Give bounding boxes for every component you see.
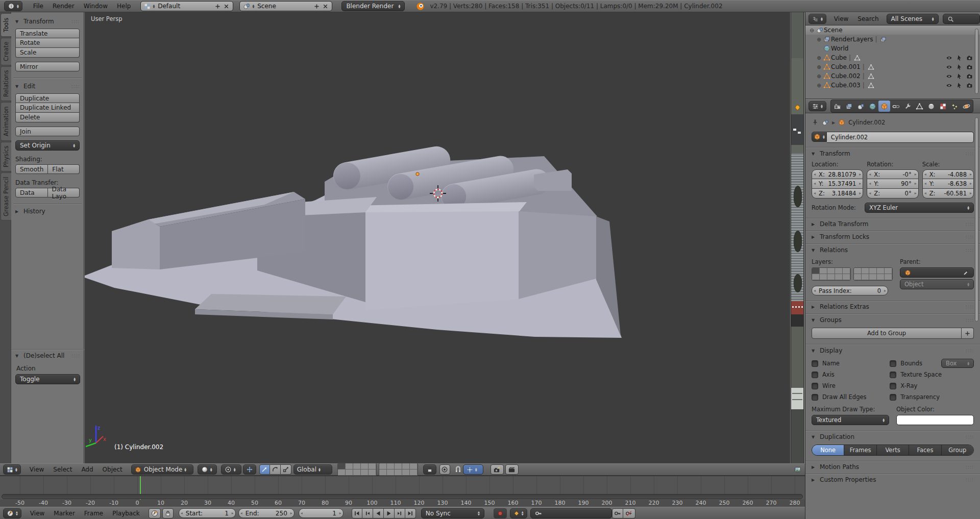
layer-cell[interactable] [862,268,869,274]
location-x-field[interactable]: ◂X:28.81079▸ [812,169,863,179]
manipulator-toggle[interactable] [243,464,256,475]
pass-index-field[interactable]: ◂Pass Index: 0▸ [812,286,888,295]
scale-button[interactable]: Scale [15,48,80,58]
duplicate-linked-button[interactable]: Duplicate Linked [15,103,80,113]
layer-cell[interactable] [361,463,369,469]
3d-viewport[interactable]: z y x User Persp (1) Cylinder.002 [85,12,790,463]
toolshelf-tab-grease-pencil[interactable]: Grease Pencil [1,172,11,220]
duplication-option-group[interactable]: Group [942,445,973,455]
visibility-eye-icon[interactable] [946,55,952,61]
editor-type-selector-info[interactable]: i▲▼ [4,1,22,11]
topbar-menu-render[interactable]: Render [48,3,79,10]
set-origin-dropdown[interactable]: Set Origin▲▼ [15,140,80,151]
layer-cell[interactable] [395,463,402,469]
manipulator-rotate-button[interactable] [270,464,281,475]
render-engine-selector[interactable]: Blender Render ▲▼ [341,1,405,11]
expand-toggle-icon[interactable]: ⊕ [816,64,822,70]
layer-cell[interactable] [812,274,820,280]
panel-grip-icon[interactable]: :::: [966,151,974,156]
rotation-z-field[interactable]: ◂Z:0°▸ [867,189,918,199]
delete-button[interactable]: Delete [15,113,80,122]
properties-tab-data[interactable] [914,101,925,112]
layer-grid-1[interactable] [337,463,377,476]
layer-cell[interactable] [379,469,387,476]
layer-cell[interactable] [410,463,418,469]
pin-icon[interactable] [812,119,819,126]
timeline-menu-view[interactable]: View [26,510,49,517]
manipulator-scale-button[interactable] [281,464,291,475]
scale-y-field[interactable]: ◂Y:-8.638▸ [922,179,974,189]
panel-header-deselect-all[interactable]: ▼ (De)select All :::: [11,350,84,360]
lock-to-scene-button[interactable] [423,464,436,475]
properties-tab-particles[interactable] [949,101,961,112]
selectability-cursor-icon[interactable] [956,73,963,80]
layer-cell[interactable] [877,274,885,280]
properties-tab-world[interactable] [867,101,878,112]
parent-type-dropdown[interactable]: Object▲▼ [900,279,974,289]
expand-toggle-icon[interactable]: ⊕ [816,83,822,88]
panel-header-groups[interactable]: ▼Groups :::: [812,315,974,325]
insert-keyframe-button[interactable] [612,508,623,518]
layer-cell[interactable] [854,274,862,280]
layer-cell[interactable] [402,463,410,469]
jump-to-end-button[interactable] [405,508,416,518]
active-keying-set-field[interactable] [530,508,612,518]
layer-cell[interactable] [346,469,353,476]
layer-cell[interactable] [820,274,827,280]
checkbox[interactable] [890,360,896,367]
selectability-cursor-icon[interactable] [956,55,963,61]
duplication-option-none[interactable]: None [812,445,844,455]
scene-selector-name[interactable]: Scene [257,3,276,10]
expand-toggle-icon[interactable]: ⊕ [816,55,822,61]
checkbox[interactable] [890,383,896,389]
layer-cell[interactable] [827,274,835,280]
outliner-row-renderlayers[interactable]: ⊕RenderLayers| [805,35,980,44]
viewport-menu-select[interactable]: Select [48,466,77,473]
data-transfer-data-layo-button[interactable]: Data Layo [48,188,80,197]
screen-layout-name[interactable]: Default [158,3,180,10]
end-frame-field[interactable]: ◂End: 250▸ [238,508,295,518]
scale-x-field[interactable]: ◂X:-4.088▸ [922,169,974,179]
renderability-camera-icon[interactable] [966,73,973,80]
proportional-edit-button[interactable] [439,464,450,475]
layer-cell[interactable] [885,268,892,274]
topbar-menu-window[interactable]: Window [79,3,112,10]
panel-grip-icon[interactable]: :::: [71,84,80,89]
checkbox[interactable] [812,394,818,401]
viewport-menu-object[interactable]: Object [98,466,127,473]
shading-flat-button[interactable]: Flat [48,164,80,174]
image-editor-strip[interactable] [791,12,804,463]
record-button[interactable] [494,508,507,518]
keying-set-dropdown[interactable]: ▲▼ [510,508,527,518]
pivot-point-dropdown[interactable]: ▲▼ [221,464,241,475]
properties-tab-render[interactable] [831,101,843,112]
layer-cell[interactable] [812,268,820,274]
outliner-row-world[interactable]: World [805,44,980,53]
selectability-cursor-icon[interactable] [956,82,963,89]
lock-frame-button[interactable] [162,508,174,518]
next-keyframe-button[interactable] [395,508,405,518]
viewport-shading-dropdown[interactable]: ▲▼ [198,464,217,475]
layer-cell[interactable] [353,463,361,469]
properties-tab-object[interactable] [878,101,890,112]
layer-cell[interactable] [827,268,835,274]
rotation-x-field[interactable]: ◂X:-0°▸ [867,169,918,179]
visibility-eye-icon[interactable] [946,64,952,70]
outliner-row-cube.003[interactable]: ⊕Cube.003| [805,81,980,90]
manipulator-translate-button[interactable] [259,464,270,475]
viewport-menu-add[interactable]: Add [77,466,97,473]
show-seconds-button[interactable] [149,508,161,518]
panel-header-edit[interactable]: ▼ Edit :::: [15,81,80,91]
layer-cell[interactable] [843,274,850,280]
panel-header-relations[interactable]: ▼Relations :::: [812,245,974,255]
editor-type-selector-timeline[interactable]: ▲▼ [3,508,21,518]
snap-magnet-icon[interactable] [454,466,462,474]
bounds-type-dropdown[interactable]: Box▲▼ [941,359,974,368]
add-to-group-button[interactable]: Add to Group [812,328,962,339]
panel-grip-icon[interactable]: :::: [72,353,80,358]
editor-type-selector-3dview[interactable]: ▲▼ [3,464,21,475]
duplication-option-verts[interactable]: Verts [877,445,909,455]
layer-cell[interactable] [877,268,885,274]
renderability-camera-icon[interactable] [966,55,973,61]
layer-cell[interactable] [869,268,877,274]
